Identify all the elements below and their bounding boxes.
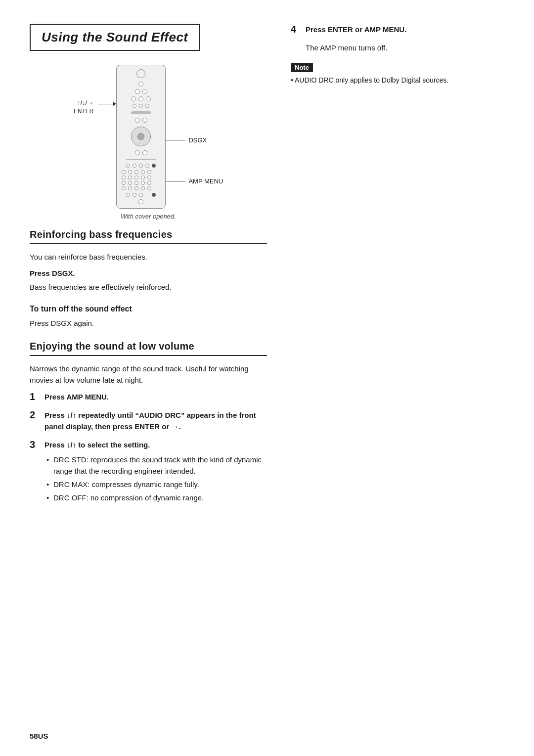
note-text: • AUDIO DRC only applies to Dolby Digita… — [291, 75, 504, 86]
step-3: 3 Press ↓/↑ to select the setting. DRC S… — [30, 439, 267, 505]
remote-grouped-row-1 — [122, 170, 160, 174]
g1b — [128, 170, 132, 174]
note-label: Note — [291, 63, 313, 72]
step-3-title: Press ↓/↑ to select the setting. — [44, 441, 150, 449]
step-4-title: Press ENTER or AMP MENU. — [306, 25, 406, 34]
step-3-bullets: DRC STD: reproduces the sound track with… — [44, 454, 267, 504]
arrow-up-down-right-label: ↑/↓/→ — [77, 98, 93, 107]
remote-row-7 — [126, 164, 156, 168]
btn-5a — [135, 118, 140, 123]
btn-6b — [142, 150, 147, 155]
btn-4a — [133, 104, 136, 108]
g3d — [141, 181, 145, 185]
turn-off-text: Press DSGX again. — [30, 317, 267, 329]
g2e — [147, 176, 151, 179]
btn-amp-b — [133, 193, 136, 197]
step-2: 2 Press ↓/↑ repeatedly until “AUDIO DRC”… — [30, 409, 267, 433]
remote-row-6 — [135, 150, 147, 155]
btn-1 — [138, 82, 143, 87]
section-bass-heading: Reinforcing bass frequencies — [30, 229, 267, 244]
g4a — [122, 186, 126, 190]
remote-row-last — [138, 199, 143, 204]
step-4-content: Press ENTER or AMP MENU. — [306, 24, 406, 35]
step-1-title: Press AMP MENU. — [44, 393, 109, 401]
btn-7c — [139, 164, 143, 168]
page-title: Using the Sound Effect — [42, 30, 188, 45]
remote-row-2 — [135, 89, 147, 94]
step-1: 1 Press AMP MENU. — [30, 391, 267, 402]
g3c — [134, 181, 138, 185]
turn-off-heading: To turn off the sound effect — [30, 305, 267, 313]
btn-6a — [135, 150, 140, 155]
step-4-num: 4 — [291, 24, 301, 35]
remote-row-1 — [138, 82, 143, 87]
btn-amp-a — [126, 193, 130, 197]
bullet-drc-off: DRC OFF: no compression of dynamic range… — [46, 492, 267, 503]
remote-grouped-row-4 — [122, 186, 160, 190]
remote-row-amp-menu — [126, 193, 156, 197]
remote-ir-emitter — [136, 69, 145, 78]
g1c — [134, 170, 138, 174]
g4d — [141, 186, 145, 190]
btn-2a — [135, 89, 140, 94]
dsgx-line — [166, 140, 185, 140]
remote-right-labels: DSGX AMP MENU — [166, 65, 223, 185]
remote-dpad-center — [137, 133, 144, 140]
press-dsgx-result: Bass frequencies are effectively reinfor… — [30, 281, 267, 293]
page-number: 58US — [30, 732, 48, 740]
remote-grouped-rows — [122, 170, 160, 190]
left-arrow-line — [98, 102, 116, 106]
remote-separator — [126, 159, 156, 160]
section-turn-off: To turn off the sound effect Press DSGX … — [30, 305, 267, 329]
amp-menu-label-group: AMP MENU — [166, 178, 223, 185]
btn-7b — [133, 164, 136, 168]
remote-row-5 — [135, 118, 147, 123]
bullet-drc-max: DRC MAX: compresses dynamic range fully. — [46, 479, 267, 490]
low-volume-intro: Narrows the dynamic range of the sound t… — [30, 363, 267, 386]
remote-row-3 — [131, 96, 151, 101]
btn-4c — [145, 104, 149, 108]
btn-last — [138, 199, 143, 204]
g2d — [141, 176, 145, 179]
amp-menu-line — [166, 181, 185, 181]
dsgx-label: DSGX — [188, 136, 207, 144]
g1a — [122, 170, 126, 174]
section-bass-intro: You can reinforce bass frequencies. — [30, 251, 267, 263]
bullet-drc-std: DRC STD: reproduces the sound track with… — [46, 454, 267, 477]
cover-caption: With cover opened. — [121, 213, 176, 220]
btn-dsgx — [152, 164, 156, 168]
g3b — [128, 181, 132, 185]
g3e — [147, 181, 151, 185]
g3a — [122, 181, 126, 185]
g4e — [147, 186, 151, 190]
remote-body — [116, 65, 166, 209]
btn-3b — [138, 96, 143, 101]
enter-label: ENTER — [74, 107, 94, 116]
g1e — [147, 170, 151, 174]
step-1-num: 1 — [30, 391, 40, 402]
step-3-num: 3 — [30, 439, 40, 450]
g4b — [128, 186, 132, 190]
btn-3a — [131, 96, 136, 101]
g2b — [128, 176, 132, 179]
g4c — [134, 186, 138, 190]
two-column-layout: Using the Sound Effect ↑/↓/→ ENTER — [30, 24, 504, 518]
btn-amp-c — [139, 193, 143, 197]
section-low-volume: Enjoying the sound at low volume Narrows… — [30, 341, 267, 506]
step-4: 4 Press ENTER or AMP MENU. — [291, 24, 504, 35]
arrow-label: ↑/↓/→ ENTER — [74, 98, 94, 116]
remote-container: ↑/↓/→ ENTER — [74, 65, 223, 209]
page-title-box: Using the Sound Effect — [30, 24, 200, 51]
low-volume-heading: Enjoying the sound at low volume — [30, 341, 267, 356]
btn-5b — [142, 118, 147, 123]
btn-7a — [126, 164, 130, 168]
press-dsgx-label: Press DSGX. — [30, 267, 267, 279]
step-1-content: Press AMP MENU. — [44, 391, 109, 402]
remote-row-4 — [133, 104, 149, 108]
remote-slider — [131, 111, 151, 114]
btn-3c — [146, 96, 151, 101]
remote-left-labels: ↑/↓/→ ENTER — [74, 65, 94, 116]
remote-grouped-row-3 — [122, 181, 160, 185]
g2c — [134, 176, 138, 179]
g1d — [141, 170, 145, 174]
